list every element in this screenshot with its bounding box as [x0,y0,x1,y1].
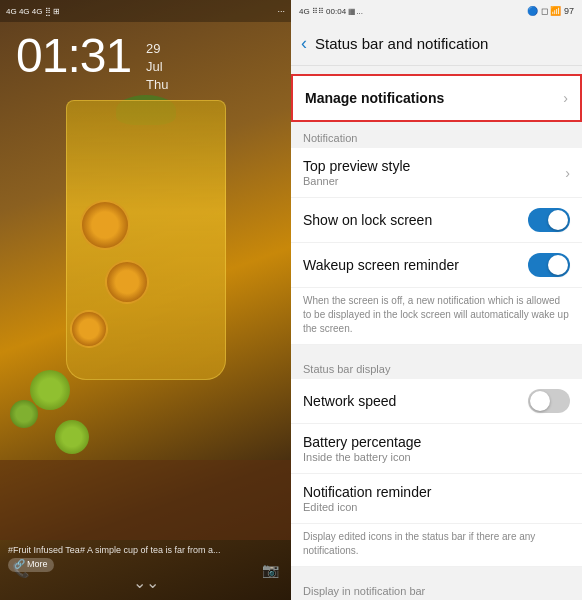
fruit-slice-1 [80,200,130,250]
battery-percentage-title: Battery percentage [303,434,421,450]
manage-notifications-item[interactable]: Manage notifications › [291,74,582,122]
right-status-bar: 4G ⠿⠿ 00:04 ▦... 🔵 ◻ 📶 97 [291,0,582,22]
display-in-notif-section-label: Display in notification bar [291,575,582,600]
network-speed-left: Network speed [303,393,396,409]
top-preview-sub: Banner [303,175,410,187]
settings-header: ‹ Status bar and notification [291,22,582,66]
top-preview-title: Top preview style [303,158,410,174]
network-speed-toggle[interactable] [528,389,570,413]
right-battery-icons: 🔵 ◻ 📶 97 [527,6,574,16]
section-divider-1 [291,345,582,353]
lock-caption-area: #Fruit Infused Tea# A simple cup of tea … [8,545,283,572]
scroll-arrows: ⌄⌄ [133,573,159,592]
battery-percentage-item[interactable]: Battery percentage Inside the battery ic… [291,424,582,474]
wakeup-screen-toggle-knob [548,255,568,275]
lock-screen-panel: 4G 4G 4G ⣿ ⊞ ··· 01:31 29 Jul Thu 📞 📷 #F… [0,0,291,600]
clock-time: 01:31 [16,32,131,80]
lime-fruit-1 [30,370,70,410]
lime-fruit-2 [55,420,89,454]
wakeup-screen-title: Wakeup screen reminder [303,257,459,273]
wakeup-screen-item: Wakeup screen reminder [291,243,582,288]
notification-section-label: Notification [291,122,582,148]
date-day: 29 Jul [146,40,168,76]
show-on-lock-left: Show on lock screen [303,212,432,228]
fruit-slice-2 [105,260,149,304]
section-divider-2 [291,567,582,575]
back-button[interactable]: ‹ [301,33,307,54]
show-on-lock-toggle-knob [548,210,568,230]
network-speed-title: Network speed [303,393,396,409]
left-status-bar: 4G 4G 4G ⣿ ⊞ ··· [0,0,291,22]
wooden-board [0,460,291,540]
wakeup-screen-desc: When the screen is off, a new notificati… [291,288,582,345]
notification-reminder-sub: Edited icon [303,501,431,513]
statusbar-section-label: Status bar display [291,353,582,379]
wakeup-screen-toggle[interactable] [528,253,570,277]
more-link[interactable]: 🔗 More [8,558,54,572]
notification-reminder-left: Notification reminder Edited icon [303,484,431,513]
network-speed-item: Network speed [291,379,582,424]
network-speed-toggle-knob [530,391,550,411]
battery-percentage-left: Battery percentage Inside the battery ic… [303,434,421,463]
lime-fruit-3 [10,400,38,428]
left-status-right: ··· [277,6,285,16]
left-status-icons: 4G 4G 4G ⣿ ⊞ [6,7,60,16]
top-preview-chevron: › [565,165,570,181]
link-icon: 🔗 [14,559,25,571]
more-label: More [27,559,48,571]
show-on-lock-item: Show on lock screen [291,198,582,243]
settings-content: Manage notifications › Notification Top … [291,66,582,600]
right-status-right-icons: 🔵 ◻ 📶 97 [527,6,574,16]
notification-reminder-desc: Display edited icons in the status bar i… [291,524,582,567]
notification-reminder-title: Notification reminder [303,484,431,500]
fruit-slice-3 [70,310,108,348]
settings-panel: 4G ⠿⠿ 00:04 ▦... 🔵 ◻ 📶 97 ‹ Status bar a… [291,0,582,600]
right-status-left-icons: 4G ⠿⠿ 00:04 ▦... [299,7,363,16]
top-preview-left: Top preview style Banner [303,158,410,187]
wakeup-screen-left: Wakeup screen reminder [303,257,459,273]
right-signal-icons: 4G ⠿⠿ 00:04 ▦... [299,7,363,16]
top-preview-style-item[interactable]: Top preview style Banner › [291,148,582,198]
signal-icons: 4G 4G 4G ⣿ ⊞ [6,7,60,16]
lock-date: 29 Jul Thu [146,40,168,95]
manage-notifications-chevron: › [563,90,568,106]
lock-time-display: 01:31 29 Jul Thu [16,32,131,80]
caption-text: #Fruit Infused Tea# A simple cup of tea … [8,545,283,557]
date-weekday: Thu [146,76,168,94]
notification-reminder-item[interactable]: Notification reminder Edited icon [291,474,582,524]
show-on-lock-title: Show on lock screen [303,212,432,228]
show-on-lock-toggle[interactable] [528,208,570,232]
manage-notifications-label: Manage notifications [305,90,444,106]
header-title: Status bar and notification [315,35,488,52]
battery-percentage-sub: Inside the battery icon [303,451,421,463]
